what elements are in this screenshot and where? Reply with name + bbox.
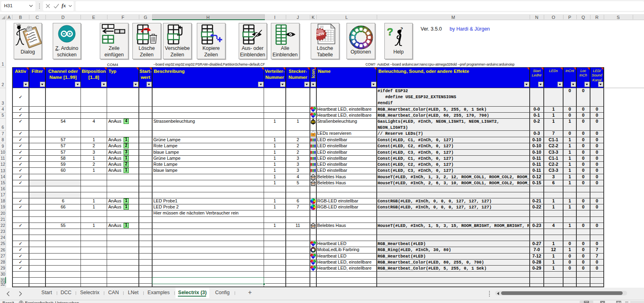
svg-text:?: ? — [387, 26, 393, 38]
